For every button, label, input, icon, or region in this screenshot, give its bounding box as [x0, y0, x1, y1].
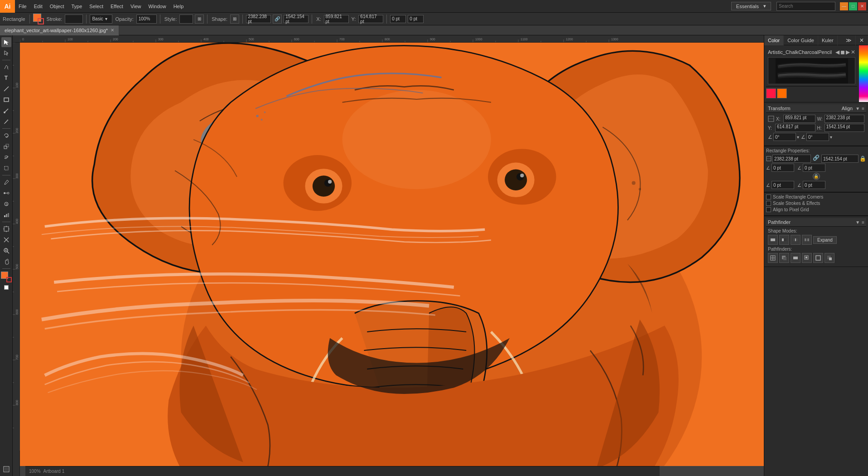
transform-panel-header[interactable]: Transform Align ▼ ≡ — [766, 104, 866, 113]
width-input[interactable]: 2382.238 pt — [246, 15, 271, 23]
artboard-tool[interactable] — [1, 224, 11, 234]
tab-color[interactable]: Color — [764, 35, 784, 45]
rect-chain-icon[interactable]: 🔗 — [813, 155, 820, 163]
tab-kuler[interactable]: Kuler — [818, 35, 838, 45]
swatch-red[interactable] — [766, 88, 776, 98]
pathfinder-minus-back-btn[interactable] — [825, 253, 834, 263]
brush-stop-btn[interactable]: ◼ — [840, 49, 845, 55]
type-tool[interactable]: T — [1, 73, 11, 83]
rect-angle-input[interactable]: 0 pt — [772, 164, 794, 172]
paintbrush-tool[interactable] — [1, 106, 11, 116]
transform-h-input[interactable]: 1542.154 pt — [825, 124, 865, 132]
brush-prev-btn[interactable]: ◀ — [835, 49, 839, 55]
free-transform-tool[interactable] — [1, 163, 11, 173]
blend-tool[interactable] — [1, 188, 11, 198]
pathfinder-header[interactable]: Pathfinder ▼ ≡ — [766, 218, 866, 227]
y-input[interactable]: 614.817 pt — [358, 15, 383, 23]
essentials-button[interactable]: Essentials ▾ — [731, 2, 771, 10]
toolbox-none[interactable] — [4, 285, 9, 290]
transform-w-input[interactable]: 2382.238 pt — [825, 115, 865, 123]
x-input[interactable]: 859.821 pt — [324, 15, 349, 23]
brush-next-btn[interactable]: ▶ — [846, 49, 850, 55]
tab-color-guide[interactable]: Color Guide — [784, 35, 818, 45]
opacity-input[interactable]: 100% — [136, 15, 157, 24]
pathfinder-menu-btn[interactable]: ≡ — [862, 220, 864, 225]
align-x-input[interactable]: 0 pt — [390, 15, 406, 23]
menu-window[interactable]: Window — [145, 0, 170, 13]
style-preview[interactable] — [179, 15, 193, 24]
constraint-proportions-btn[interactable]: 🔗 — [273, 15, 282, 24]
menu-type[interactable]: Type — [68, 0, 86, 13]
symbol-tool[interactable]: S — [1, 199, 11, 209]
pathfinder-outline-btn[interactable] — [813, 253, 823, 263]
rect-angle2-input[interactable]: 0 pt — [803, 164, 825, 172]
height-input[interactable]: 1542.154 pt — [284, 15, 309, 23]
rect-corner3-input[interactable]: 0 pt — [772, 181, 794, 189]
slice-tool[interactable] — [1, 235, 11, 245]
pathfinder-unite-btn[interactable] — [768, 235, 778, 245]
pathfinder-merge-btn[interactable] — [791, 253, 800, 263]
pathfinder-crop-btn[interactable] — [802, 253, 812, 263]
menu-object[interactable]: Object — [46, 0, 68, 13]
pencil-tool[interactable] — [1, 117, 11, 126]
blend-mode-dropdown[interactable]: Basic ▾ — [90, 15, 112, 24]
rectangle-tool[interactable] — [1, 95, 11, 105]
minimize-button[interactable]: — — [840, 2, 848, 10]
pathfinder-intersect-btn[interactable] — [791, 235, 800, 245]
scale-strokes-checkbox[interactable] — [766, 201, 771, 206]
menu-select[interactable]: Select — [86, 0, 107, 13]
menu-file[interactable]: File — [15, 0, 30, 13]
eyedropper-tool[interactable] — [1, 177, 11, 187]
pathfinder-collapse-btn[interactable]: ▼ — [855, 220, 860, 225]
toolbox-fill-stroke[interactable] — [1, 272, 12, 282]
align-pixel-checkbox[interactable] — [766, 207, 771, 212]
transform-y-input[interactable]: 614.817 pt — [775, 124, 815, 132]
document-tab[interactable]: elephant_vector_art-wallpaper-1680x1260.… — [0, 25, 119, 35]
zoom-tool[interactable] — [1, 246, 11, 256]
pen-tool[interactable] — [1, 62, 11, 72]
change-screen-mode[interactable] — [1, 464, 11, 474]
search-input[interactable] — [776, 2, 835, 11]
style-options-btn[interactable]: ⊞ — [195, 15, 204, 24]
toolbox-stroke[interactable] — [6, 277, 12, 282]
menu-effect[interactable]: Effect — [107, 0, 127, 13]
stroke-width-input[interactable] — [65, 15, 83, 24]
pathfinder-trim-btn[interactable] — [779, 253, 789, 263]
scale-rect-corners-checkbox[interactable] — [766, 194, 771, 199]
pathfinder-minus-front-btn[interactable] — [779, 235, 789, 245]
align-y-input[interactable]: 0 pt — [408, 15, 424, 23]
scale-tool[interactable] — [1, 141, 11, 151]
angle2-dropdown[interactable]: ▾ — [830, 135, 832, 140]
warp-tool[interactable] — [1, 152, 11, 162]
color-spectrum-bar[interactable] — [859, 45, 868, 102]
menu-edit[interactable]: Edit — [30, 0, 46, 13]
transform-angle2-input[interactable]: 0° — [806, 133, 829, 141]
menu-help[interactable]: Help — [170, 0, 188, 13]
shape-options-btn[interactable]: ⊞ — [230, 15, 239, 24]
rotate-tool[interactable] — [1, 131, 11, 141]
swatch-orange[interactable] — [777, 88, 787, 98]
panel-close-btn[interactable]: ✕ — [856, 35, 868, 45]
graph-tool[interactable] — [1, 210, 11, 220]
transform-menu-btn[interactable]: ≡ — [862, 106, 864, 111]
transform-collapse-btn[interactable]: ▼ — [855, 106, 860, 111]
rect-w-input[interactable]: 2382.238 pt — [772, 155, 811, 163]
direct-selection-tool[interactable] — [1, 48, 11, 58]
rect-corner4-input[interactable]: 0 pt — [803, 181, 825, 189]
transform-x-input[interactable]: 859.821 pt — [783, 115, 815, 123]
transform-angle1-input[interactable]: 0° — [773, 133, 796, 141]
brush-close-btn[interactable]: ✕ — [851, 49, 855, 55]
close-button[interactable]: ✕ — [858, 2, 866, 10]
align-tab[interactable]: Align — [839, 106, 855, 111]
menu-view[interactable]: View — [127, 0, 145, 13]
fill-stroke-indicator[interactable] — [33, 14, 44, 24]
selection-tool[interactable] — [1, 37, 11, 47]
pathfinder-exclude-btn[interactable] — [802, 235, 812, 245]
stroke-color-swatch[interactable] — [38, 18, 44, 24]
pathfinder-divide-btn[interactable] — [768, 253, 778, 263]
pathfinder-expand-btn[interactable]: Expand — [813, 236, 837, 244]
maximize-button[interactable]: □ — [849, 2, 857, 10]
rect-h-chain[interactable]: 🔒 — [859, 155, 866, 162]
hand-tool[interactable] — [1, 257, 11, 267]
line-tool[interactable] — [1, 84, 11, 94]
